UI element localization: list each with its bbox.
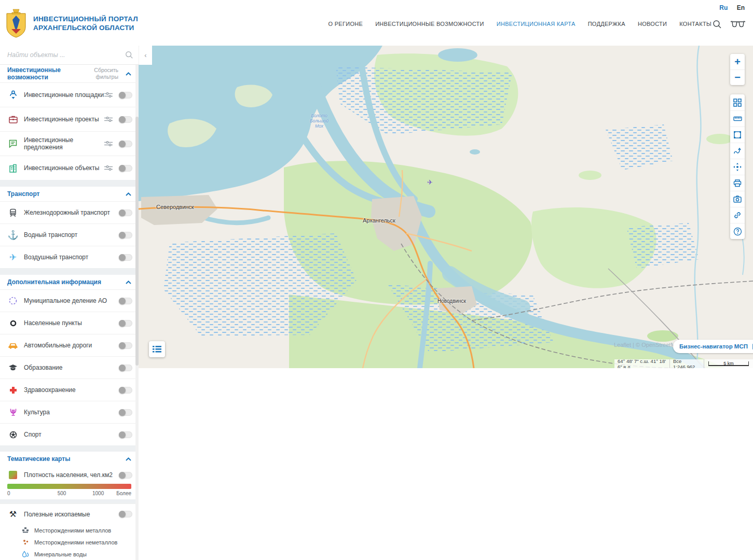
layer-toggle[interactable] (119, 365, 132, 371)
lang-en[interactable]: En (737, 4, 745, 11)
layer-toggle[interactable] (119, 409, 132, 416)
briefcase-icon (7, 116, 19, 123)
chevron-up-icon[interactable] (126, 457, 131, 461)
layer-row-roads[interactable]: Автомобильные дороги (0, 334, 139, 356)
map-attribution[interactable]: Leaflet | © OpenStreetMap (614, 342, 682, 348)
subrow-metal-deposits[interactable]: Месторождениями металлов (0, 524, 139, 536)
layer-row-invest-sites[interactable]: Инвестиционные площадки (0, 82, 139, 107)
cursor-coordinates: 64° 48' 7" с.ш. 41° 18' 6" в.д. (614, 359, 669, 368)
layer-label: Инвестиционные площадки (24, 91, 104, 99)
ring-icon (7, 320, 19, 327)
layer-toggle[interactable] (119, 209, 132, 216)
layer-toggle[interactable] (119, 298, 132, 304)
layer-row-municipal-division[interactable]: Муниципальное деление АО (0, 289, 139, 312)
legend-tick: 500 (44, 491, 80, 496)
map-scale-text[interactable]: Все 1:246,962 (669, 359, 704, 368)
accessibility-glasses-icon[interactable] (730, 20, 746, 31)
layer-row-minerals[interactable]: ⚒ Полезные ископаемые (0, 503, 139, 524)
layer-row-culture[interactable]: Культура (0, 401, 139, 423)
layer-row-invest-offers[interactable]: Инвестиционные предложения (0, 131, 139, 156)
map-canvas[interactable]: Северодвинск Архангельск Новодвинск Боло… (139, 46, 753, 368)
layer-toggle[interactable] (119, 141, 132, 147)
sidebar-collapse-button[interactable]: ‹ (139, 46, 152, 65)
nav-about-region[interactable]: О РЕГИОНЕ (328, 21, 363, 27)
pan-icon[interactable] (730, 159, 745, 175)
layer-toggle[interactable] (119, 387, 132, 394)
layer-label: Воздушный транспорт (24, 254, 119, 261)
layer-row-air-transport[interactable]: ✈ Воздушный транспорт (0, 246, 139, 268)
select-area-icon[interactable] (730, 127, 745, 143)
layers-icon[interactable] (730, 94, 745, 110)
chevron-up-icon[interactable] (126, 192, 131, 196)
filter-sliders-icon[interactable] (104, 141, 113, 147)
layer-toggle[interactable] (119, 472, 132, 479)
layer-label: Здравоохранение (24, 386, 119, 394)
layer-row-settlements[interactable]: Населенные пункты (0, 312, 139, 334)
crossed-hammers-icon: ⚒ (7, 510, 19, 519)
layer-row-water-transport[interactable]: ⚓ Водный транспорт (0, 223, 139, 246)
layer-toggle[interactable] (119, 116, 132, 123)
layer-toggle[interactable] (119, 511, 132, 517)
map-terrain (139, 46, 753, 368)
medical-cross-icon (7, 386, 19, 394)
share-link-icon[interactable] (730, 207, 745, 223)
layer-toggle[interactable] (119, 232, 132, 239)
train-icon (7, 208, 19, 217)
layer-row-invest-objects[interactable]: Инвестиционные объекты (0, 156, 139, 180)
dashed-circle-icon (7, 297, 19, 305)
brand[interactable]: ИНВЕСТИЦИОННЫЙ ПОРТАЛ АРХАНГЕЛЬСКОЙ ОБЛА… (5, 8, 138, 38)
search-input[interactable] (7, 51, 125, 59)
chevron-up-icon[interactable] (126, 72, 131, 76)
search-icon[interactable] (713, 20, 722, 31)
site-title: ИНВЕСТИЦИОННЫЙ ПОРТАЛ АРХАНГЕЛЬСКОЙ ОБЛА… (33, 15, 138, 32)
map-tools (730, 94, 745, 239)
layer-row-rail-transport[interactable]: Железнодорожный транспорт (0, 201, 139, 223)
help-icon[interactable] (730, 223, 745, 239)
zoom-out-button[interactable]: − (730, 69, 745, 85)
subrow-nonmetal-deposits[interactable]: Месторождениями неметаллов (0, 536, 139, 548)
airport-icon: ✈ (427, 178, 433, 186)
layer-label: Водный транспорт (24, 231, 119, 239)
layers-sidebar: Инвестиционные возможности Сброситьфильт… (0, 46, 139, 560)
zoom-in-button[interactable]: + (730, 54, 745, 69)
subrow-mineral-waters[interactable]: Минеральные воды (0, 548, 139, 560)
reset-filters-link[interactable]: Сброситьфильтры (94, 67, 118, 80)
filter-sliders-icon[interactable] (104, 92, 113, 98)
header: ИНВЕСТИЦИОННЫЙ ПОРТАЛ АРХАНГЕЛЬСКОЙ ОБЛА… (0, 0, 753, 46)
subrow-label: Месторождениями неметаллов (34, 539, 139, 545)
nav-contacts[interactable]: КОНТАКТЫ (679, 21, 711, 27)
search-icon[interactable] (125, 51, 133, 59)
filter-sliders-icon[interactable] (104, 116, 113, 122)
layer-toggle[interactable] (119, 165, 132, 172)
ruler-icon[interactable] (730, 110, 745, 127)
car-icon (7, 342, 19, 349)
filter-sliders-icon[interactable] (104, 165, 113, 171)
nav-news[interactable]: НОВОСТИ (638, 21, 667, 27)
scale-bar: 5 km (704, 359, 753, 368)
chevron-up-icon[interactable] (126, 281, 131, 284)
sidebar-scrollbar[interactable] (135, 65, 139, 560)
layer-row-invest-projects[interactable]: Инвестиционные проекты (0, 107, 139, 131)
section-invest-opportunities: Инвестиционные возможности Сброситьфильт… (0, 65, 139, 82)
layer-toggle[interactable] (119, 342, 132, 349)
section-transport: Транспорт (0, 187, 139, 201)
layer-toggle[interactable] (119, 92, 132, 99)
layer-row-healthcare[interactable]: Здравоохранение (0, 379, 139, 401)
layer-toggle[interactable] (119, 254, 132, 261)
layer-toggle[interactable] (119, 320, 132, 327)
legend-list-button[interactable] (149, 341, 165, 357)
lang-ru[interactable]: Ru (719, 4, 728, 11)
layer-row-population-density[interactable]: Плотность населения, чел.км2 (0, 466, 139, 484)
print-icon[interactable] (730, 175, 745, 191)
message-icon (7, 139, 19, 148)
nav-invest-map[interactable]: ИНВЕСТИЦИОННАЯ КАРТА (497, 21, 576, 27)
layer-row-education[interactable]: Образование (0, 356, 139, 379)
layer-row-sport[interactable]: Спорт (0, 423, 139, 445)
screenshot-camera-icon[interactable] (730, 191, 745, 207)
nav-support[interactable]: ПОДДЕРЖКА (588, 21, 625, 27)
business-navigator-button[interactable]: Бизнес-навигатор МСП (673, 340, 753, 353)
nav-invest-opportunities[interactable]: ИНВЕСТИЦИОННЫЕ ВОЗМОЖНОСТИ (375, 21, 484, 27)
layer-toggle[interactable] (119, 431, 132, 438)
subrow-label: Минеральные воды (34, 551, 139, 557)
measure-route-icon[interactable] (730, 143, 745, 159)
